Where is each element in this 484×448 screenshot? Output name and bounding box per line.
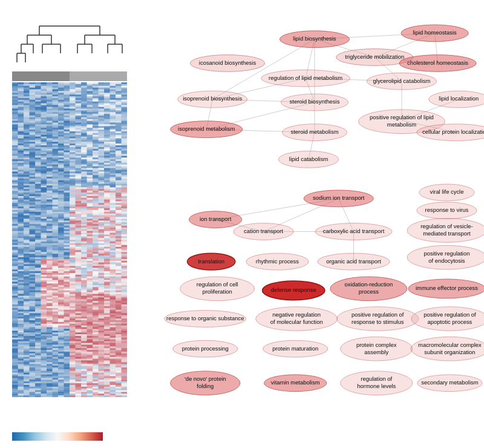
svg-text:of molecular function: of molecular function [270, 318, 323, 325]
label-14-weeks [12, 71, 70, 81]
svg-text:'de novo' protein: 'de novo' protein [185, 375, 226, 382]
svg-text:response to virus: response to virus [425, 206, 469, 213]
svg-text:rhythmic process: rhythmic process [256, 258, 299, 265]
svg-text:vitamin metabolism: vitamin metabolism [271, 379, 320, 386]
svg-text:process: process [359, 288, 379, 295]
svg-text:metabolism: metabolism [387, 121, 416, 128]
svg-text:steroid metabolism: steroid metabolism [290, 128, 338, 135]
svg-text:cation transport: cation transport [244, 228, 283, 234]
svg-text:isoprenoid metabolism: isoprenoid metabolism [178, 125, 235, 132]
svg-text:carboxylic acid transport: carboxylic acid transport [323, 228, 385, 234]
svg-text:folding: folding [197, 383, 214, 389]
svg-text:immune effector process: immune effector process [416, 285, 478, 291]
svg-text:response to stimulus: response to stimulus [352, 318, 404, 325]
svg-text:protein complex: protein complex [356, 341, 397, 348]
svg-text:response to organic substance: response to organic substance [166, 315, 244, 321]
svg-text:secondary metabolism: secondary metabolism [421, 379, 478, 386]
svg-text:negative regulation: negative regulation [272, 311, 321, 318]
svg-text:assembly: assembly [364, 349, 388, 355]
panel-a [6, 6, 133, 442]
svg-text:lipid biosynthesis: lipid biosynthesis [293, 35, 336, 42]
main-container: lipid biosynthesis lipid homeostasis ico… [0, 0, 484, 448]
panel-b: lipid biosynthesis lipid homeostasis ico… [139, 6, 478, 442]
svg-text:triglyceride mobilization: triglyceride mobilization [345, 53, 404, 60]
svg-text:icosanoid biosynthesis: icosanoid biosynthesis [199, 59, 257, 66]
color-bar [12, 432, 103, 441]
svg-text:positive regulation of lipid: positive regulation of lipid [370, 114, 434, 120]
svg-text:macromolecular complex: macromolecular complex [418, 341, 482, 348]
svg-text:of endocytosis: of endocytosis [428, 257, 465, 264]
svg-text:proliferation: proliferation [202, 288, 232, 295]
svg-text:protein maturation: protein maturation [272, 345, 318, 352]
svg-text:hormone levels: hormone levels [357, 383, 396, 389]
svg-text:translation: translation [198, 258, 224, 265]
svg-text:regulation of vesicle-: regulation of vesicle- [420, 223, 473, 229]
label-96-weeks [70, 71, 127, 81]
svg-text:mediated transport: mediated transport [423, 230, 471, 237]
svg-text:regulation of: regulation of [361, 375, 392, 382]
svg-text:positive regulation: positive regulation [424, 250, 469, 257]
svg-text:isoprenoid biosynthesis: isoprenoid biosynthesis [183, 96, 242, 102]
heatmap-canvas [12, 82, 127, 397]
svg-text:positive regulation of: positive regulation of [352, 311, 404, 318]
svg-text:defense response: defense response [271, 286, 316, 293]
heatmap [12, 82, 127, 429]
svg-text:viral life cycle: viral life cycle [430, 188, 463, 195]
svg-text:cellular protein localization: cellular protein localization [422, 128, 484, 135]
svg-text:positive regulation of: positive regulation of [424, 311, 476, 318]
svg-text:glycerolipid catabolism: glycerolipid catabolism [373, 77, 431, 84]
dendrogram [12, 17, 127, 71]
svg-text:cholesterol homeostasis: cholesterol homeostasis [407, 59, 468, 66]
svg-text:oxidation-reduction: oxidation-reduction [345, 281, 393, 288]
network-graph: lipid biosynthesis lipid homeostasis ico… [139, 15, 484, 448]
svg-text:subunit organization: subunit organization [424, 349, 475, 355]
svg-text:lipid localization: lipid localization [439, 96, 479, 102]
svg-text:steroid biosynthesis: steroid biosynthesis [290, 98, 340, 105]
svg-text:lipid catabolism: lipid catabolism [289, 156, 329, 162]
svg-text:regulation of cell: regulation of cell [197, 281, 238, 288]
svg-text:sodium ion transport: sodium ion transport [313, 194, 365, 201]
svg-text:protein processing: protein processing [182, 345, 229, 352]
svg-text:regulation of lipid metabolism: regulation of lipid metabolism [269, 74, 342, 81]
svg-text:apoptotic process: apoptotic process [427, 318, 472, 325]
svg-text:organic acid transport: organic acid transport [326, 258, 381, 265]
svg-text:ion transport: ion transport [200, 216, 232, 222]
svg-text:lipid homeostasis: lipid homeostasis [413, 29, 457, 36]
color-scale [12, 432, 133, 442]
